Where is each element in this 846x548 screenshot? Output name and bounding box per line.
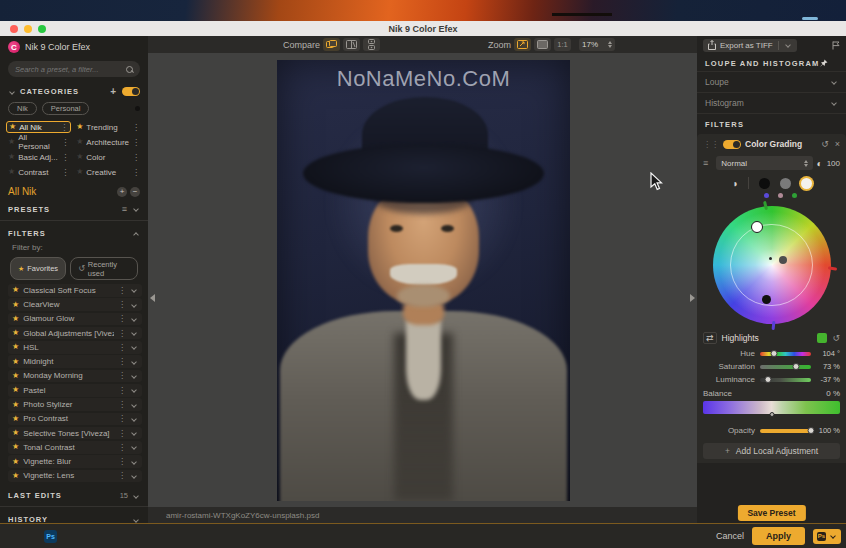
filter-row[interactable]: ★Selective Tones [Viveza]⋮ [8,427,142,440]
more-options-icon[interactable]: ⋮ [118,443,126,452]
filter-row[interactable]: ★Photo Stylizer⋮ [8,398,142,411]
more-options-icon[interactable]: ⋮ [60,123,68,132]
window-titlebar[interactable]: Nik 9 Color Efex [0,21,846,36]
star-icon[interactable]: ★ [76,123,83,131]
more-options-icon[interactable]: ⋮ [118,457,126,466]
drag-handle-icon[interactable]: ⋮⋮ [703,140,719,149]
hue-slider-knob[interactable] [770,350,777,357]
more-options-icon[interactable]: ⋮ [118,400,126,409]
close-icon[interactable]: × [835,139,840,149]
chevron-down-icon[interactable] [133,206,139,212]
chevron-down-icon[interactable] [131,459,137,465]
chevron-down-icon[interactable] [133,517,139,523]
category-creative[interactable]: ★ Creative ⋮ [74,166,142,178]
compare-split-button[interactable] [343,38,360,51]
shadows-tone-button[interactable] [759,178,770,189]
blend-mode-select[interactable]: Normal [716,156,812,170]
star-icon[interactable]: ★ [12,415,19,423]
filter-row[interactable]: ★Midnight⋮ [8,355,142,368]
recently-used-pill[interactable]: ↺ Recently used [70,257,138,280]
star-icon[interactable]: ★ [9,123,16,131]
compare-stack-button[interactable] [363,38,380,51]
more-options-icon[interactable]: ⋮ [118,471,126,480]
more-options-icon[interactable]: ⋮ [118,357,126,366]
midtones-tone-button[interactable] [780,178,791,189]
stepper-icon[interactable] [608,41,612,48]
export-as-tiff-button[interactable]: Export as TIFF [703,39,797,52]
filter-row[interactable]: ★Vignette: Lens⋮ [8,470,142,483]
search-input[interactable] [15,65,126,74]
categories-header[interactable]: CATEGORIES + [0,81,148,100]
histogram-section[interactable]: Histogram [697,92,846,113]
more-options-icon[interactable]: ⋮ [61,138,69,147]
apply-button[interactable]: Apply [752,527,805,545]
more-options-icon[interactable]: ⋮ [61,168,69,177]
tag-personal[interactable]: Personal [42,102,90,115]
category-all-personal[interactable]: ★ All Personal ⋮ [6,136,71,148]
star-icon[interactable]: ★ [12,343,19,351]
filter-row[interactable]: ★HSL⋮ [8,341,142,354]
midtones-wheel-handle[interactable] [779,256,787,264]
filter-row[interactable]: ★ClearView⋮ [8,298,142,311]
category-trending[interactable]: ★ Trending ⋮ [74,121,142,133]
highlights-color-swatch[interactable] [817,333,827,343]
more-options-icon[interactable]: ⋮ [118,343,126,352]
filter-row[interactable]: ★Global Adjustments [Viveza]⋮ [8,327,142,340]
more-options-icon[interactable]: ⋮ [132,138,140,147]
list-view-icon[interactable]: ≡ [122,204,128,214]
luminance-slider[interactable] [760,378,811,382]
more-options-icon[interactable]: ⋮ [118,314,126,323]
sliders-icon[interactable]: ⇄ [703,332,717,344]
filter-row[interactable]: ★Pastel⋮ [8,384,142,397]
chevron-down-icon[interactable] [131,416,137,422]
tag-nik[interactable]: Nik [8,102,37,115]
chevron-down-icon[interactable] [131,402,137,408]
chevron-up-icon[interactable] [133,232,139,238]
flag-icon[interactable] [832,41,840,50]
filter-row[interactable]: ★Vignette: Blur⋮ [8,455,142,468]
chevron-down-icon[interactable] [133,493,139,499]
star-icon[interactable]: ★ [12,358,19,366]
more-options-icon[interactable]: ⋮ [132,168,140,177]
shadows-wheel-handle[interactable] [762,295,771,304]
star-icon[interactable]: ★ [8,138,15,146]
chevron-down-icon[interactable] [131,387,137,393]
more-options-icon[interactable]: ⋮ [118,429,126,438]
chevron-down-icon[interactable] [131,330,137,336]
pin-icon[interactable] [819,59,828,68]
category-color[interactable]: ★ Color ⋮ [74,151,142,163]
chevron-down-icon[interactable] [131,359,137,365]
star-icon[interactable]: ★ [12,472,19,480]
category-all-nik[interactable]: ★ All Nik ⋮ [6,121,71,133]
chevron-down-icon[interactable] [9,89,15,95]
presets-header[interactable]: PRESETS ≡ [0,199,148,217]
star-icon[interactable]: ★ [76,138,83,146]
chevron-down-icon[interactable] [131,345,137,351]
star-icon[interactable]: ★ [12,329,19,337]
more-options-icon[interactable]: ⋮ [118,371,126,380]
chevron-down-icon[interactable] [131,373,137,379]
add-category-button[interactable]: + [110,86,117,97]
image-canvas[interactable]: NoNaMeNo.CoM [148,53,697,507]
category-basic-adjustments[interactable]: ★ Basic Adj... ⋮ [6,151,71,163]
reset-icon[interactable]: ↺ [832,333,840,343]
reset-icon[interactable]: ↺ [821,139,829,149]
last-edits-header[interactable]: LAST EDITS 15 [0,486,148,503]
chevron-down-icon[interactable] [131,473,137,479]
star-icon[interactable]: ★ [8,168,15,176]
remove-circle-button[interactable]: − [130,187,140,197]
category-contrast[interactable]: ★ Contrast ⋮ [6,166,71,178]
chevron-down-icon[interactable] [131,430,137,436]
star-icon[interactable]: ★ [12,315,19,323]
filter-row[interactable]: ★Tonal Contrast⋮ [8,441,142,454]
zoom-level-select[interactable]: 17% [579,38,615,51]
balance-gradient-bar[interactable] [703,401,840,414]
more-options-icon[interactable]: ⋮ [61,153,69,162]
save-preset-button[interactable]: Save Preset [737,505,805,521]
star-icon[interactable]: ★ [12,443,19,451]
zoom-one-to-one-button[interactable]: 1:1 [554,38,571,51]
more-options-icon[interactable]: ⋮ [118,300,126,309]
filter-row[interactable]: ★Classical Soft Focus⋮ [8,284,142,297]
star-icon[interactable]: ★ [8,153,15,161]
zoom-fit-button[interactable] [514,38,531,51]
